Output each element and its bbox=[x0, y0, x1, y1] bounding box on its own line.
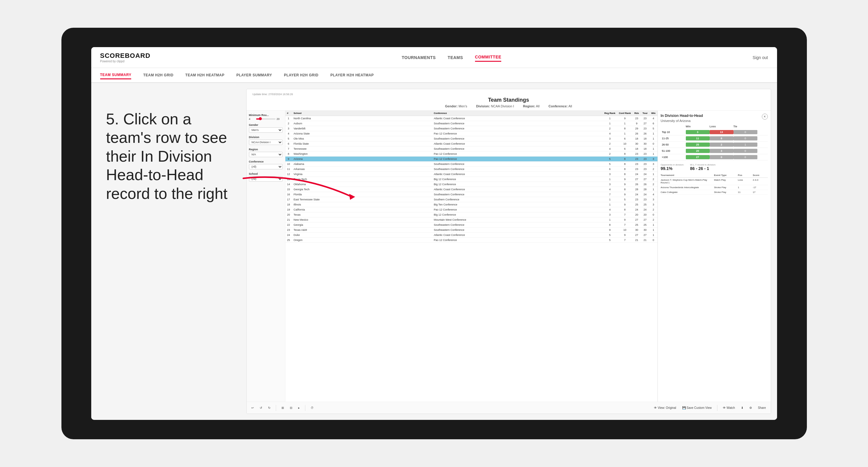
division-select[interactable]: NCAA Division I bbox=[249, 139, 283, 145]
cell-conf-rank: 10 bbox=[617, 142, 633, 147]
cell-tour: 21 bbox=[641, 238, 649, 243]
cell-conf-rank: 9 bbox=[617, 182, 633, 187]
min-rounds-label: Minimum Rou... bbox=[249, 114, 283, 117]
nav-teams[interactable]: TEAMS bbox=[447, 54, 463, 61]
sub-tab-team-h2h-heatmap[interactable]: TEAM H2H HEATMAP bbox=[185, 71, 224, 79]
table-row[interactable]: 20 Texas Big 12 Conference 3 7 20 20 0 bbox=[285, 212, 657, 217]
table-row[interactable]: 8 Washington Pac-12 Conference 2 8 23 23… bbox=[285, 152, 657, 157]
conference-filter-label: Conference bbox=[249, 160, 283, 163]
cell-num: 24 bbox=[285, 232, 292, 238]
table-row[interactable]: 7 Tennessee Southeastern Conference 4 6 … bbox=[285, 147, 657, 152]
slider-thumb[interactable] bbox=[259, 117, 262, 120]
table-row[interactable]: 24 Duke Atlantic Coast Conference 5 9 27… bbox=[285, 232, 657, 238]
cell-rds: 25 bbox=[633, 222, 641, 227]
view-icon: 👁 bbox=[654, 406, 657, 409]
cell-win: 1 bbox=[649, 187, 657, 192]
table-row[interactable]: 3 Vanderbilt Southeastern Conference 2 8… bbox=[285, 126, 657, 131]
cell-school: Arizona bbox=[292, 157, 432, 162]
cell-school: Vanderbilt bbox=[292, 126, 432, 131]
sub-tab-team-h2h-grid[interactable]: TEAM H2H GRID bbox=[143, 71, 173, 79]
cell-num: 25 bbox=[285, 238, 292, 243]
cell-school: Duke bbox=[292, 232, 432, 238]
cell-school: North Carolina bbox=[292, 116, 432, 121]
table-row[interactable]: 5 Ole Miss Southeastern Conference 3 6 1… bbox=[285, 136, 657, 142]
sub-tab-player-h2h-grid[interactable]: PLAYER H2H GRID bbox=[284, 71, 318, 79]
share-button[interactable]: Share bbox=[756, 405, 768, 410]
cell-tour: 23 bbox=[641, 162, 649, 167]
paste-button[interactable]: ▸ bbox=[297, 405, 302, 410]
cell-school: Ole Miss bbox=[292, 136, 432, 142]
logo-title: SCOREBOARD bbox=[100, 52, 151, 60]
cell-conference: Big 12 Conference bbox=[432, 212, 602, 217]
table-row[interactable]: 23 Texas A&M Southeastern Conference 9 1… bbox=[285, 227, 657, 232]
table-row[interactable]: 10 Alabama Southeastern Conference 5 8 2… bbox=[285, 162, 657, 167]
cell-rds: 27 bbox=[633, 177, 641, 182]
conference-select[interactable]: (All) bbox=[249, 164, 283, 169]
cell-rds: 18 bbox=[633, 136, 641, 142]
h2h-range-label: 11-25 bbox=[662, 137, 686, 140]
table-row[interactable]: 2 Auburn Southeastern Conference 1 1 9 2… bbox=[285, 121, 657, 126]
h2h-data-row: 51-100 20 3 0 bbox=[661, 148, 768, 154]
h2h-tour-header: Tournament Event Type Pos Score bbox=[661, 174, 768, 178]
watch-button[interactable]: 👁 Watch bbox=[721, 405, 737, 410]
save-custom-button[interactable]: 💾 Save Custom View bbox=[680, 405, 714, 410]
cell-num: 22 bbox=[285, 222, 292, 227]
gender-meta: Gender: Men's bbox=[445, 104, 467, 108]
opponents-stat: Opponents in division: 99.1% bbox=[661, 163, 684, 171]
cell-tour: 24 bbox=[641, 172, 649, 177]
gender-select[interactable]: Men's bbox=[249, 127, 283, 133]
opponents-label: Opponents in division: bbox=[661, 163, 684, 166]
cell-num: 23 bbox=[285, 227, 292, 232]
cell-school: Alabama bbox=[292, 162, 432, 167]
download-button[interactable]: ⬇ bbox=[739, 405, 745, 410]
cell-tour: 24 bbox=[641, 207, 649, 212]
table-row[interactable]: 4 Arizona State Pac-12 Conference 4 1 26… bbox=[285, 131, 657, 136]
table-row[interactable]: 21 New Mexico Mountain West Conference 1… bbox=[285, 217, 657, 222]
cell-win: 1 bbox=[649, 131, 657, 136]
cell-rds: 23 bbox=[633, 162, 641, 167]
timer-button[interactable]: ⏱ bbox=[309, 405, 315, 410]
cut-button[interactable]: ⊟ bbox=[288, 405, 294, 410]
sub-tab-team-summary[interactable]: TEAM SUMMARY bbox=[100, 71, 131, 79]
share-label: Share bbox=[758, 406, 766, 409]
table-row[interactable]: 1 North Carolina Atlantic Coast Conferen… bbox=[285, 116, 657, 121]
save-icon: 💾 bbox=[682, 406, 686, 409]
cell-rds: 23 bbox=[633, 116, 641, 121]
h2h-col-tie: Tie bbox=[734, 125, 757, 128]
h2h-win-cell: 27 bbox=[686, 155, 710, 159]
cell-reg-rank: 8 bbox=[602, 222, 617, 227]
sign-out-button[interactable]: Sign out bbox=[753, 55, 768, 60]
cell-num: 20 bbox=[285, 212, 292, 217]
cell-school: Tennessee bbox=[292, 147, 432, 152]
cell-conf-rank: 9 bbox=[617, 177, 633, 182]
view-original-button[interactable]: 👁 View: Original bbox=[652, 405, 678, 410]
sub-tab-player-summary[interactable]: PLAYER SUMMARY bbox=[237, 71, 272, 79]
table-row[interactable]: 25 Oregon Pac-12 Conference 5 7 21 21 0 bbox=[285, 238, 657, 243]
cell-reg-rank: 6 bbox=[602, 167, 617, 172]
undo2-button[interactable]: ↺ bbox=[258, 405, 264, 410]
region-meta: Region: All bbox=[523, 104, 540, 108]
cell-reg-rank: 1 bbox=[602, 217, 617, 222]
region-select[interactable]: N/A bbox=[249, 152, 283, 157]
nav-committee[interactable]: COMMITTEE bbox=[475, 53, 501, 62]
h2h-range-label: Top 10 bbox=[662, 131, 686, 134]
undo-button[interactable]: ↩ bbox=[250, 405, 255, 410]
copy-button[interactable]: ⊞ bbox=[280, 405, 286, 410]
table-row[interactable]: 6 Florida State Atlantic Coast Conferenc… bbox=[285, 142, 657, 147]
cell-conf-rank: 8 bbox=[617, 152, 633, 157]
sub-tab-player-h2h-heatmap[interactable]: PLAYER H2H HEATMAP bbox=[330, 71, 374, 79]
settings-button[interactable]: ⚙ bbox=[747, 405, 754, 410]
cell-reg-rank: 2 bbox=[602, 152, 617, 157]
cell-tour: 27 bbox=[641, 177, 649, 182]
h2h-close-button[interactable]: × bbox=[762, 114, 768, 120]
nav-tournaments[interactable]: TOURNAMENTS bbox=[402, 54, 436, 61]
min-rounds-slider[interactable] bbox=[256, 118, 276, 120]
redo-button[interactable]: ↻ bbox=[266, 405, 272, 410]
cell-reg-rank: 9 bbox=[602, 227, 617, 232]
table-row[interactable]: 22 Georgia Southeastern Conference 8 7 2… bbox=[285, 222, 657, 227]
h2h-win-cell: 3 bbox=[686, 130, 710, 134]
tour-col-event-type: Event Type bbox=[714, 174, 738, 177]
cell-tour: 30 bbox=[641, 227, 649, 232]
table-row[interactable]: 9 Arizona Pac-12 Conference 5 8 23 23 3 bbox=[285, 157, 657, 162]
cell-reg-rank: 5 bbox=[602, 162, 617, 167]
